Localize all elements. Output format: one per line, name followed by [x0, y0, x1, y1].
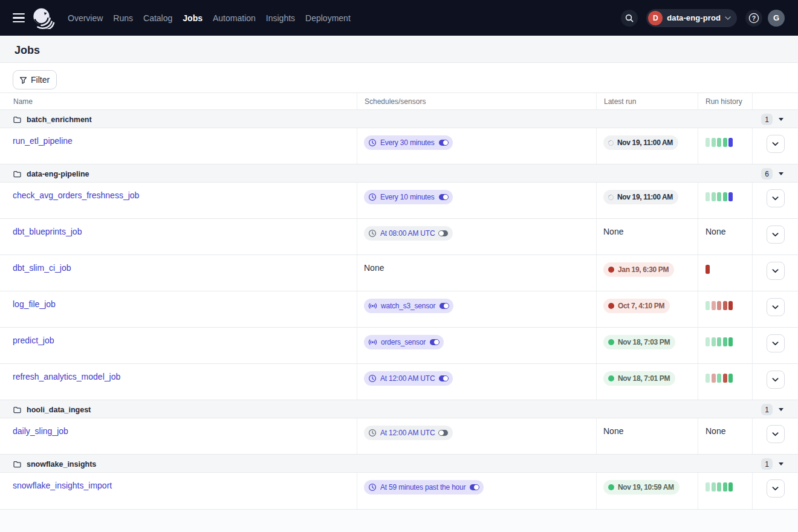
run-history-bars[interactable]: [706, 265, 746, 274]
run-history-bar[interactable]: [723, 138, 727, 147]
schedule-toggle[interactable]: [439, 230, 448, 236]
job-link[interactable]: check_avg_orders_freshness_job: [13, 190, 139, 200]
run-history-bar[interactable]: [706, 265, 710, 274]
help-button[interactable]: ?: [745, 10, 762, 27]
search-button[interactable]: [621, 10, 638, 27]
schedule-tag[interactable]: Every 30 minutes: [364, 135, 453, 150]
dagster-logo[interactable]: [33, 7, 56, 29]
run-history-bar[interactable]: [723, 482, 727, 491]
latest-run-pill[interactable]: Nov 19, 11:00 AM: [603, 190, 678, 204]
schedule-tag[interactable]: At 12:00 AM UTC: [364, 426, 453, 440]
run-history-bar[interactable]: [706, 138, 710, 147]
run-history-bar[interactable]: [712, 374, 716, 383]
latest-run-pill[interactable]: Nov 19, 10:59 AM: [603, 480, 680, 495]
expand-row-button[interactable]: [767, 225, 785, 244]
expand-row-button[interactable]: [767, 189, 785, 207]
schedule-toggle[interactable]: [470, 484, 479, 490]
schedule-toggle[interactable]: [439, 140, 448, 146]
run-history-bar[interactable]: [728, 337, 733, 346]
nav-item-catalog[interactable]: Catalog: [143, 13, 172, 23]
nav-item-jobs[interactable]: Jobs: [183, 13, 203, 23]
run-history-bar[interactable]: [723, 374, 727, 383]
schedule-tag[interactable]: Every 10 minutes: [364, 190, 453, 204]
job-link[interactable]: run_etl_pipeline: [13, 136, 73, 146]
job-link[interactable]: dbt_slim_ci_job: [13, 263, 71, 273]
schedule-tag[interactable]: At 08:00 AM UTC: [364, 226, 453, 241]
run-history-bar[interactable]: [706, 482, 710, 491]
run-history-bar[interactable]: [717, 138, 721, 147]
expand-row-button[interactable]: [767, 298, 785, 316]
nav-item-runs[interactable]: Runs: [113, 13, 133, 23]
nav-item-insights[interactable]: Insights: [266, 13, 295, 23]
latest-run-pill[interactable]: Nov 19, 11:00 AM: [603, 135, 678, 150]
collapse-caret-icon[interactable]: [779, 462, 783, 465]
run-history-bar[interactable]: [717, 301, 721, 310]
latest-run-pill[interactable]: Jan 19, 6:30 PM: [603, 262, 674, 277]
run-history-bars[interactable]: [706, 138, 746, 147]
nav-item-overview[interactable]: Overview: [68, 13, 103, 23]
job-link[interactable]: refresh_analytics_model_job: [13, 372, 120, 381]
run-history-bar[interactable]: [717, 482, 721, 491]
latest-run-pill[interactable]: Oct 7, 4:10 PM: [603, 299, 670, 313]
job-link[interactable]: predict_job: [13, 336, 54, 345]
run-history-bar[interactable]: [728, 192, 733, 201]
deployment-switcher[interactable]: D data-eng-prod: [646, 9, 737, 27]
schedule-tag[interactable]: At 12:00 AM UTC: [364, 371, 453, 386]
filter-button[interactable]: Filter: [13, 70, 57, 89]
run-history-bar[interactable]: [706, 301, 710, 310]
run-history-bar[interactable]: [723, 192, 727, 201]
latest-run-pill[interactable]: Nov 18, 7:01 PM: [603, 371, 675, 386]
run-history-bar[interactable]: [723, 337, 727, 346]
group-row-snowflake-insights[interactable]: snowflake_insights 1: [0, 455, 798, 473]
expand-row-button[interactable]: [767, 371, 785, 389]
collapse-caret-icon[interactable]: [779, 172, 783, 175]
sensor-toggle[interactable]: [440, 303, 449, 309]
expand-row-button[interactable]: [767, 425, 785, 443]
job-link[interactable]: log_file_job: [13, 299, 56, 309]
run-history-bar[interactable]: [706, 337, 710, 346]
collapse-caret-icon[interactable]: [779, 408, 783, 411]
user-avatar[interactable]: G: [768, 10, 785, 27]
group-row-data-eng-pipeline[interactable]: data-eng-pipeline 6: [0, 164, 798, 183]
latest-run-pill[interactable]: Nov 18, 7:03 PM: [603, 335, 675, 349]
expand-row-button[interactable]: [767, 479, 785, 498]
run-history-bar[interactable]: [712, 192, 716, 201]
run-history-bar[interactable]: [723, 301, 727, 310]
run-history-bars[interactable]: [706, 482, 746, 491]
sensor-toggle[interactable]: [430, 339, 439, 345]
run-history-bar[interactable]: [728, 138, 733, 147]
schedule-toggle[interactable]: [439, 375, 448, 381]
job-link[interactable]: snowflake_insights_import: [13, 481, 112, 490]
run-history-bar[interactable]: [728, 374, 733, 383]
job-link[interactable]: daily_sling_job: [13, 426, 68, 436]
run-history-bars[interactable]: [706, 301, 746, 310]
run-history-bar[interactable]: [706, 374, 710, 383]
schedule-toggle[interactable]: [439, 430, 448, 436]
run-history-bar[interactable]: [706, 192, 710, 201]
run-history-bar[interactable]: [717, 374, 721, 383]
schedule-toggle[interactable]: [439, 194, 448, 200]
run-history-bars[interactable]: [706, 192, 746, 201]
group-row-hooli-data-ingest[interactable]: hooli_data_ingest 1: [0, 400, 798, 418]
sensor-tag[interactable]: orders_sensor: [364, 335, 444, 349]
run-history-bar[interactable]: [728, 482, 733, 491]
job-link[interactable]: dbt_blueprints_job: [13, 227, 82, 236]
expand-row-button[interactable]: [767, 262, 785, 280]
run-history-bar[interactable]: [712, 301, 716, 310]
run-history-bar[interactable]: [712, 337, 716, 346]
hamburger-menu-icon[interactable]: [13, 13, 25, 23]
collapse-caret-icon[interactable]: [779, 118, 783, 121]
nav-item-automation[interactable]: Automation: [213, 13, 256, 23]
run-history-bar[interactable]: [717, 337, 721, 346]
run-history-bar[interactable]: [712, 138, 716, 147]
nav-item-deployment[interactable]: Deployment: [305, 13, 351, 23]
run-history-bars[interactable]: [706, 374, 746, 383]
sensor-tag[interactable]: watch_s3_sensor: [364, 299, 453, 313]
expand-row-button[interactable]: [767, 135, 785, 153]
run-history-bar[interactable]: [712, 482, 716, 491]
expand-row-button[interactable]: [767, 334, 785, 352]
run-history-bars[interactable]: [706, 337, 746, 346]
schedule-tag[interactable]: At 59 minutes past the hour: [364, 480, 484, 495]
run-history-bar[interactable]: [717, 192, 721, 201]
run-history-bar[interactable]: [728, 301, 733, 310]
